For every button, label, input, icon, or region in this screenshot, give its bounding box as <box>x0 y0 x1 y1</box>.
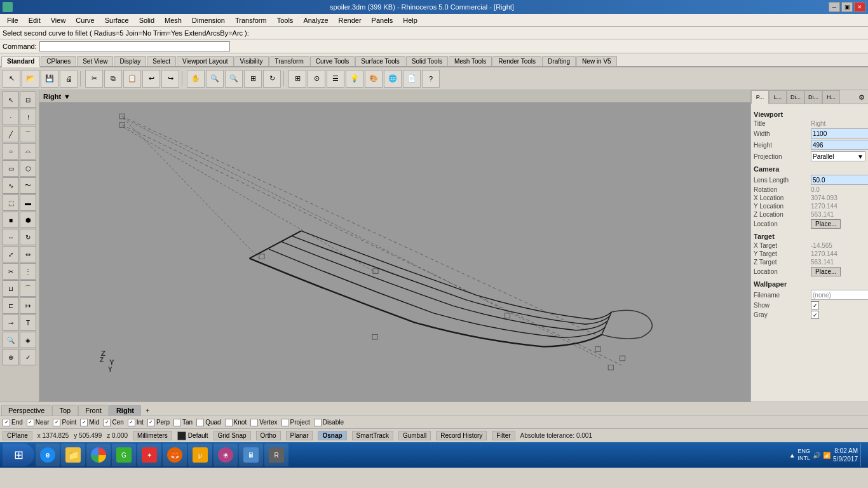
object-prop-btn[interactable]: 📄 <box>403 70 421 88</box>
filter-seg[interactable]: Filter <box>492 431 515 440</box>
snap-perp[interactable]: Perp <box>147 419 170 426</box>
circle-btn[interactable]: ○ <box>3 143 19 159</box>
show-desktop[interactable] <box>860 444 863 466</box>
snap-int[interactable]: Int <box>128 419 144 426</box>
tab-standard[interactable]: Standard <box>1 56 40 67</box>
menu-transform[interactable]: Transform <box>231 15 271 25</box>
vp-tab-perspective[interactable]: Perspective <box>1 405 51 416</box>
snap-vertex[interactable]: Vertex <box>250 419 277 426</box>
close-button[interactable]: ✕ <box>854 2 865 12</box>
taskbar-app7[interactable]: μ <box>188 444 212 466</box>
tab-display[interactable]: Display <box>114 56 146 66</box>
cplane-seg[interactable]: CPlane <box>3 431 32 440</box>
help-btn[interactable]: ? <box>422 70 440 88</box>
multipoint-btn[interactable]: ⁞ <box>20 109 36 125</box>
zoom-in-btn[interactable]: 🔍 <box>206 70 224 88</box>
start-button[interactable]: ⊞ <box>3 444 34 466</box>
open-btn[interactable]: 📂 <box>22 70 39 88</box>
rp-tab-display[interactable]: Di... <box>787 90 804 104</box>
vp-tab-right[interactable]: Right <box>109 405 141 416</box>
rp-tab-help[interactable]: H... <box>822 90 840 104</box>
width-input[interactable] <box>811 128 868 139</box>
light-btn[interactable]: 💡 <box>346 70 363 88</box>
tab-drafting[interactable]: Drafting <box>542 56 576 66</box>
mirror-btn[interactable]: ⇔ <box>20 246 36 262</box>
pan-btn[interactable]: ✋ <box>187 70 205 88</box>
command-input[interactable] <box>39 41 230 51</box>
taskbar-firefox[interactable]: 🦊 <box>163 444 187 466</box>
menu-panels[interactable]: Panels <box>367 15 398 25</box>
arc-btn[interactable]: ⌓ <box>20 143 36 159</box>
vp-tab-add[interactable]: + <box>142 405 153 416</box>
print-btn[interactable]: 🖨 <box>60 70 78 88</box>
tab-visibility[interactable]: Visibility <box>234 56 269 66</box>
lens-length-input[interactable] <box>811 175 868 185</box>
clock[interactable]: 8:02 AM 5/9/2017 <box>833 447 858 463</box>
snap-project-check[interactable] <box>281 419 289 426</box>
menu-view[interactable]: View <box>46 15 71 25</box>
taskbar-rhino[interactable]: R <box>264 444 288 466</box>
snap-end[interactable]: End <box>3 419 23 426</box>
snap-near[interactable]: Near <box>27 419 50 426</box>
viewport-area[interactable]: Right ▼ <box>39 90 750 402</box>
redo-btn[interactable]: ↪ <box>161 70 179 88</box>
taskbar-app8[interactable]: ❀ <box>214 444 238 466</box>
taskbar-ie[interactable]: e <box>36 444 60 466</box>
scale-btn[interactable]: ⤢ <box>3 246 19 262</box>
menu-render[interactable]: Render <box>334 15 366 25</box>
transform-btn[interactable]: ↔ <box>3 229 19 245</box>
split-btn[interactable]: ⋮ <box>20 263 36 280</box>
rp-tab-layers[interactable]: L... <box>769 90 787 104</box>
menu-tools[interactable]: Tools <box>273 15 298 25</box>
rp-settings-btn[interactable]: ⚙ <box>855 90 868 104</box>
text-btn[interactable]: T <box>20 315 36 331</box>
material-btn[interactable]: 🎨 <box>365 70 383 88</box>
line-btn[interactable]: ╱ <box>3 126 19 142</box>
snap-tan[interactable]: Tan <box>173 419 193 426</box>
menu-mesh[interactable]: Mesh <box>160 15 186 25</box>
select-tool-btn[interactable]: ↖ <box>3 92 19 108</box>
snap-disable[interactable]: Disable <box>314 419 344 426</box>
snap-mid[interactable]: Mid <box>80 419 99 426</box>
cut-btn[interactable]: ✂ <box>85 70 103 88</box>
volume-icon[interactable]: 🔊 <box>813 452 820 459</box>
osnap-seg[interactable]: Osnap <box>318 431 346 440</box>
tab-mesh-tools[interactable]: Mesh Tools <box>449 56 492 66</box>
projection-dropdown[interactable]: Parallel ▼ <box>811 151 865 161</box>
extrude-btn[interactable]: ▬ <box>20 194 36 211</box>
undo-btn[interactable]: ↩ <box>142 70 160 88</box>
gumball-btn[interactable]: ⊕ <box>3 349 19 365</box>
menu-help[interactable]: Help <box>398 15 422 25</box>
snap-vertex-check[interactable] <box>250 419 258 426</box>
planar-seg[interactable]: Planar <box>286 431 313 440</box>
cursor-tool-btn[interactable]: ↖ <box>3 70 20 88</box>
show-checkbox[interactable] <box>811 301 819 309</box>
polygon-btn[interactable]: ⬡ <box>20 160 36 177</box>
menu-analyze[interactable]: Analyze <box>299 15 332 25</box>
snap-near-check[interactable] <box>27 419 34 426</box>
zoom-ext-btn[interactable]: ⊞ <box>244 70 262 88</box>
tab-setview[interactable]: Set View <box>77 56 113 66</box>
viewport-canvas[interactable]: Z Y Z Y <box>39 103 750 402</box>
snap-cen-check[interactable] <box>103 419 111 426</box>
tab-cplanes[interactable]: CPlanes <box>41 56 76 66</box>
zoom-out-btn[interactable]: 🔍 <box>225 70 243 88</box>
height-input[interactable] <box>811 140 868 150</box>
rp-tab-display2[interactable]: Di... <box>804 90 822 104</box>
snap-disable-check[interactable] <box>314 419 322 426</box>
restore-button[interactable]: ▣ <box>841 2 853 12</box>
taskbar-app4[interactable]: G <box>112 444 136 466</box>
gumball-seg[interactable]: Gumball <box>398 431 431 440</box>
render-btn[interactable]: 🌐 <box>384 70 402 88</box>
analyze-btn[interactable]: 🔍 <box>3 332 19 348</box>
snap-perp-check[interactable] <box>147 419 155 426</box>
snap-knot-check[interactable] <box>225 419 233 426</box>
save-btn[interactable]: 💾 <box>41 70 58 88</box>
rect-btn[interactable]: ▭ <box>3 160 19 177</box>
snap-end-check[interactable] <box>3 419 10 426</box>
minimize-button[interactable]: ─ <box>829 2 840 12</box>
taskbar-chrome[interactable] <box>86 444 111 466</box>
mesh-btn[interactable]: ⬢ <box>20 212 36 228</box>
snap-mid-check[interactable] <box>80 419 88 426</box>
snap-point-check[interactable] <box>53 419 60 426</box>
